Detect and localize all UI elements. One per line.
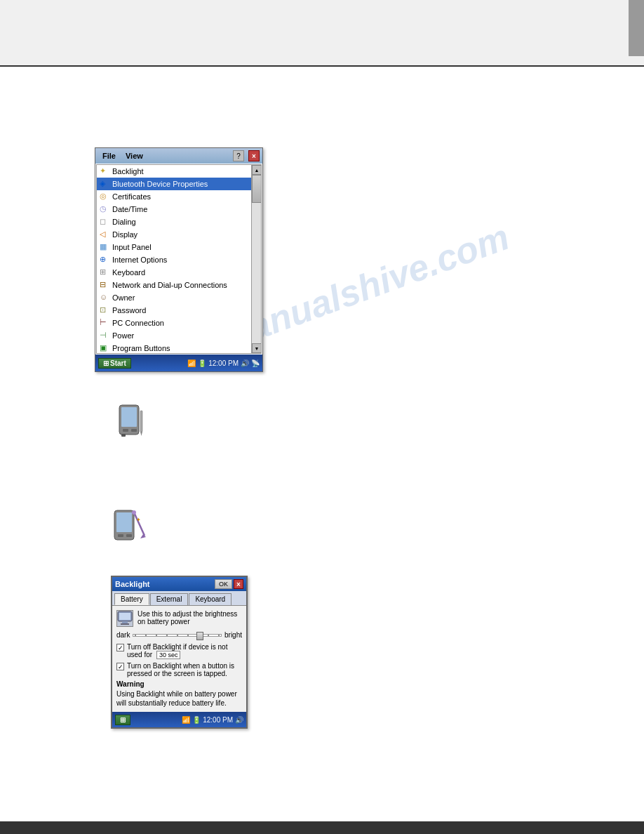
backlight-content: Use this to adjust the brightness on bat… [112,605,246,712]
display-icon: ◁ [100,230,109,239]
input-label: Input Panel [112,243,152,251]
tab-battery[interactable]: Battery [114,593,149,605]
pc-label: PC Connection [112,319,164,327]
internet-label: Internet Options [112,256,167,264]
scroll-thumb[interactable] [252,175,262,203]
tab-external[interactable]: External [150,593,189,605]
bright-label: bright [224,631,242,639]
svg-point-13 [132,510,136,515]
taskbar-icons: 📶 🔋 12:00 PM 🔊 📡 [187,359,260,367]
backlight-titlebar: Backlight OK × [112,577,246,591]
dark-label: dark [116,631,130,639]
svg-text:✦: ✦ [136,517,141,523]
help-button[interactable]: ? [233,150,244,161]
file-menu[interactable]: File [98,150,120,161]
list-item-display[interactable]: ◁ Display [97,228,261,241]
slider-thumb[interactable] [196,632,203,640]
svg-rect-5 [140,411,142,432]
start-button-2[interactable]: ⊞ [115,715,130,725]
list-item-input[interactable]: ▦ Input Panel [97,241,261,253]
svg-rect-16 [119,613,130,620]
brightness-slider[interactable] [133,634,222,637]
description-text: Use this to adjust the brightness on bat… [137,610,242,626]
svg-rect-1 [121,407,137,427]
svg-rect-18 [121,623,129,625]
close-button[interactable]: × [248,150,260,161]
svg-line-11 [134,512,145,536]
warning-box: Warning Using Backlight while on battery… [116,680,242,708]
control-panel-list: ✦ Backlight ◈ Bluetooth Device Propertie… [96,164,262,354]
datetime-icon: ◷ [100,204,109,214]
bottom-bar [0,821,644,834]
datetime-label: Date/Time [112,205,147,213]
backlight-title: Backlight [115,580,215,588]
scroll-down-arrow[interactable]: ▼ [252,343,262,353]
list-item-network[interactable]: ⊟ Network and Dial-up Connections [97,279,261,291]
list-item-certificates[interactable]: ◎ Certificates [97,190,261,203]
bluetooth-label: Bluetooth Device Properties [112,180,208,188]
power-label: Power [112,331,134,340]
warning-text: Using Backlight while on battery power w… [116,689,242,708]
program-label: Program Buttons [112,344,170,352]
list-item-bluetooth[interactable]: ◈ Bluetooth Device Properties [97,178,261,190]
dialing-label: Dialing [112,218,136,226]
windows-flag-icon-2: ⊞ [120,716,126,724]
list-item-power[interactable]: ⊣ Power [97,329,261,342]
svg-rect-10 [126,534,132,537]
signal-icon-2: 📶 [182,716,190,724]
bluetooth-icon: ◈ [100,179,109,189]
list-item-keyboard[interactable]: ⊞ Keyboard [97,266,261,279]
scroll-up-arrow[interactable]: ▲ [252,165,262,175]
list-item-password[interactable]: ⊡ Password [97,304,261,317]
clock: 12:00 PM [208,359,239,367]
cert-icon: ◎ [100,192,109,201]
backlight-window: Backlight OK × Battery External Keyboard… [111,576,248,729]
cert-label: Certificates [112,192,151,201]
svg-rect-9 [118,534,123,537]
tab-keyboard[interactable]: Keyboard [189,593,232,605]
list-scrollbar[interactable]: ▲ ▼ [251,165,261,353]
dialing-icon: ◻ [100,217,109,227]
pda-stylus-svg: ✦ [111,509,146,548]
close-button-2[interactable]: × [234,579,243,589]
signal-icon: 📶 [187,359,196,367]
checkbox2-row: ✓ Turn on Backlight when a button is pre… [116,662,242,677]
backlight-icon: ✦ [100,166,109,176]
checkbox1[interactable]: ✓ [116,644,124,651]
svg-marker-6 [140,432,142,436]
list-item-backlight[interactable]: ✦ Backlight [97,165,261,178]
dropdown-30sec[interactable]: 30 sec [156,651,181,659]
start-button[interactable]: ⊞ Start [98,358,131,369]
ok-button[interactable]: OK [215,579,232,589]
backlight-desc-icon [116,610,133,627]
view-menu[interactable]: View [121,150,147,161]
device-icon-1 [116,404,144,439]
device-icon-2: ✦ [111,509,145,548]
pc-icon: ⊢ [100,318,109,328]
description-row: Use this to adjust the brightness on bat… [116,610,242,627]
battery-icon-2: 🔋 [192,716,201,724]
internet-icon: ⊕ [100,255,109,265]
list-item-owner[interactable]: ☺ Owner [97,291,261,304]
list-item-dialing[interactable]: ◻ Dialing [97,216,261,228]
antenna-icon: 📡 [251,359,260,367]
svg-rect-3 [131,429,137,432]
list-item-internet[interactable]: ⊕ Internet Options [97,253,261,266]
owner-label: Owner [112,293,135,302]
menu-bar: File View [98,150,147,161]
program-icon: ▣ [100,343,109,353]
top-bar [0,0,644,67]
power-icon: ⊣ [100,331,109,340]
checkbox2[interactable]: ✓ [116,663,124,670]
owner-icon: ☺ [100,293,109,303]
windows-flag-icon: ⊞ [103,359,109,367]
list-item-datetime[interactable]: ◷ Date/Time [97,203,261,216]
list-item-pcconnection[interactable]: ⊢ PC Connection [97,317,261,329]
battery-icon: 🔋 [198,359,206,367]
list-item-program[interactable]: ▣ Program Buttons [97,342,261,354]
keyboard-label: Keyboard [112,268,145,277]
keyboard-icon: ⊞ [100,267,109,277]
titlebar: File View ? × [95,148,262,164]
warning-label: Warning [116,680,242,688]
password-icon: ⊡ [100,305,109,315]
